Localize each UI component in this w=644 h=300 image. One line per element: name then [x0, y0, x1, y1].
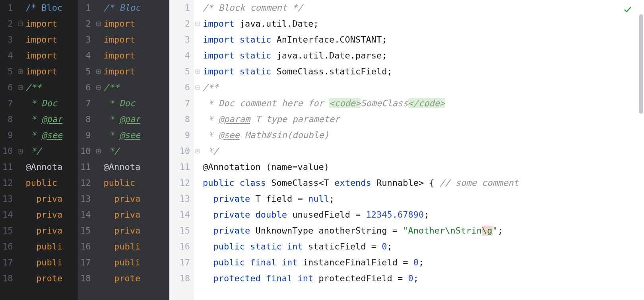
code-token: ;	[413, 273, 419, 283]
code-line[interactable]: public static int staticField = 0;	[203, 239, 519, 255]
code-line[interactable]: publi	[104, 239, 141, 255]
code-line[interactable]: prote	[104, 271, 141, 286]
code-token: SomeClass<T	[266, 178, 334, 188]
code-token: private double	[213, 210, 287, 220]
code-line[interactable]: import	[104, 32, 141, 48]
line-number: 2	[172, 16, 190, 32]
code-token: ;	[498, 226, 503, 236]
line-number: 10	[172, 143, 190, 159]
code-line[interactable]: public	[26, 175, 63, 191]
code-line[interactable]: public final int instanceFinalField = 0;	[203, 255, 519, 271]
code-line[interactable]: /* Block comment */	[203, 0, 519, 16]
code-line[interactable]: * @see	[26, 127, 63, 143]
code-line[interactable]: * @param T type parameter	[203, 111, 519, 127]
code-line[interactable]: priva	[26, 223, 63, 239]
code-token: /* Block comment */	[203, 3, 303, 13]
line-number: 3	[80, 32, 91, 48]
code-token: prote	[104, 273, 141, 283]
code-token: @Annotation (name=value)	[203, 162, 329, 172]
fold-toggle-icon[interactable]	[17, 64, 24, 80]
code-line[interactable]: import	[26, 32, 63, 48]
code-line[interactable]: /**	[203, 80, 519, 95]
code-token: "Another	[403, 226, 445, 236]
code-line[interactable]: */	[26, 143, 63, 159]
code-token: import	[26, 66, 57, 76]
fold-toggle-icon[interactable]	[194, 16, 201, 32]
line-number: 16	[172, 239, 190, 255]
code-line[interactable]: private T field = null;	[203, 191, 519, 207]
code-line[interactable]: import	[26, 64, 63, 80]
code-line[interactable]: import static java.util.Date.parse;	[203, 48, 519, 64]
code-line[interactable]: /* Bloc	[26, 0, 63, 16]
fold-toggle-icon[interactable]	[95, 64, 102, 80]
fold-toggle-icon[interactable]	[95, 80, 102, 95]
code-token: Math#sin(double)	[240, 130, 329, 140]
code-line[interactable]: * Doc	[26, 95, 63, 111]
code-line[interactable]: private double unusedField = 12345.67890…	[203, 207, 519, 223]
code-line[interactable]: * @see Math#sin(double)	[203, 127, 519, 143]
fold-toggle-icon[interactable]	[194, 64, 201, 80]
fold-toggle-icon[interactable]	[17, 80, 24, 95]
code-token	[203, 242, 213, 251]
code-line[interactable]: * Doc	[104, 95, 141, 111]
code-line[interactable]: import static AnInterface.CONSTANT;	[203, 32, 519, 48]
code-line[interactable]: priva	[26, 207, 63, 223]
code-line[interactable]: */	[203, 143, 519, 159]
code-line[interactable]: publi	[26, 255, 63, 271]
code-line[interactable]: * @see	[104, 127, 141, 143]
fold-toggle-icon[interactable]	[95, 16, 102, 32]
fold-toggle-icon[interactable]	[17, 16, 24, 32]
fold-toggle-icon[interactable]	[194, 143, 201, 159]
code-line[interactable]: @Annota	[26, 159, 63, 175]
fold-gutter	[194, 0, 201, 300]
code-line[interactable]: * @par	[26, 111, 63, 127]
editor-pane-light[interactable]: 123456789101112131415161718/* Block comm…	[169, 0, 638, 300]
code-token: protected final int	[213, 273, 314, 283]
code-line[interactable]: public	[104, 175, 141, 191]
code-line[interactable]: import static SomeClass.staticField;	[203, 64, 519, 80]
fold-toggle-icon[interactable]	[194, 80, 201, 95]
code-line[interactable]: /**	[104, 80, 141, 95]
code-area[interactable]: /* Block comment */import java.util.Date…	[201, 0, 519, 300]
line-number: 10	[2, 143, 13, 159]
fold-toggle-icon[interactable]	[17, 143, 24, 159]
code-line[interactable]: priva	[26, 191, 63, 207]
code-line[interactable]: priva	[104, 191, 141, 207]
code-token: @Annota	[26, 162, 63, 172]
vertical-scrollbar[interactable]	[638, 0, 644, 300]
code-token: ;	[329, 194, 334, 204]
line-number: 5	[172, 64, 190, 80]
code-line[interactable]: @Annotation (name=value)	[203, 159, 519, 175]
code-line[interactable]: import	[104, 64, 141, 80]
editor-pane-dark-2[interactable]: 123456789101112131415161718/* Blocimport…	[78, 0, 169, 300]
code-line[interactable]: publi	[104, 255, 141, 271]
code-line[interactable]: private UnknownType anotherString = "Ano…	[203, 223, 519, 239]
code-line[interactable]: import java.util.Date;	[203, 16, 519, 32]
fold-toggle-icon[interactable]	[95, 143, 102, 159]
code-line[interactable]: protected final int protectedField = 0;	[203, 271, 519, 286]
code-line[interactable]: import	[26, 48, 63, 64]
code-line[interactable]: /**	[26, 80, 63, 95]
line-number: 1	[2, 0, 13, 16]
code-token: 0	[408, 273, 413, 283]
code-line[interactable]: import	[104, 48, 141, 64]
code-line[interactable]: public class SomeClass<T extends Runnabl…	[203, 175, 519, 191]
code-area[interactable]: /* Blocimportimportimportimport/** * Doc…	[24, 0, 63, 300]
code-area[interactable]: /* Blocimportimportimportimport/** * Doc…	[102, 0, 141, 300]
code-line[interactable]: @Annota	[104, 159, 141, 175]
code-line[interactable]: import	[104, 16, 141, 32]
code-line[interactable]: priva	[104, 223, 141, 239]
code-line[interactable]: */	[104, 143, 141, 159]
code-token: public final int	[213, 257, 298, 267]
line-number: 6	[80, 80, 91, 95]
code-line[interactable]: * @par	[104, 111, 141, 127]
code-line[interactable]: priva	[104, 207, 141, 223]
code-line[interactable]: publi	[26, 239, 63, 255]
editor-pane-dark-1[interactable]: 123456789101112131415161718/* Blocimport…	[0, 0, 78, 300]
code-line[interactable]: /* Bloc	[104, 0, 141, 16]
code-line[interactable]: import	[26, 16, 63, 32]
scrollbar-thumb[interactable]	[639, 14, 643, 114]
code-line[interactable]: prote	[26, 271, 63, 286]
code-line[interactable]: * Doc comment here for <code>SomeClass</…	[203, 95, 519, 111]
code-token: @see	[219, 130, 240, 140]
